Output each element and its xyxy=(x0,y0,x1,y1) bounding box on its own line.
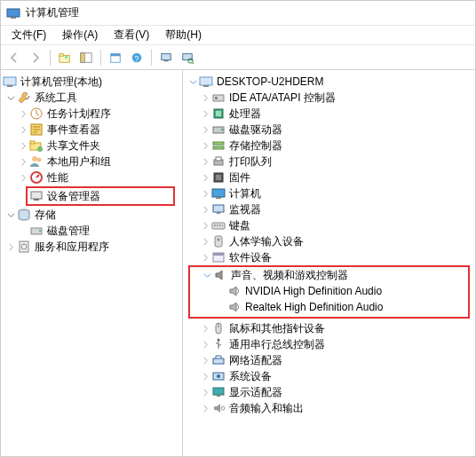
expand-toggle-icon[interactable] xyxy=(199,155,211,168)
right-item[interactable]: 处理器 xyxy=(183,106,475,122)
right-item[interactable]: 网络适配器 xyxy=(183,352,475,368)
right-item[interactable]: 显示适配器 xyxy=(183,384,475,400)
highlight-sound-controllers: 声音、视频和游戏控制器NVIDIA High Definition AudioR… xyxy=(188,265,470,319)
left-root-node[interactable]: 计算机管理(本地) xyxy=(1,74,182,90)
right-item-label: 磁盘驱动器 xyxy=(229,122,282,138)
right-item[interactable]: 打印队列 xyxy=(183,154,475,169)
svg-point-62 xyxy=(221,406,225,410)
right-item-sound[interactable]: 声音、视频和游戏控制器 xyxy=(190,267,468,283)
right-item[interactable]: 键盘 xyxy=(183,217,475,233)
toolbar-forward-button[interactable] xyxy=(26,48,45,67)
right-item[interactable]: 音频输入和输出 xyxy=(183,400,475,416)
left-item-label: 性能 xyxy=(47,170,68,185)
left-item-shared-folders[interactable]: 共享文件夹 xyxy=(1,138,182,154)
right-item-label: 软件设备 xyxy=(229,250,272,265)
expand-toggle-icon[interactable] xyxy=(199,235,211,248)
left-item-event-viewer[interactable]: 事件查看器 xyxy=(1,122,182,138)
expand-toggle-icon[interactable] xyxy=(17,139,29,152)
left-group-storage[interactable]: 存储 xyxy=(1,207,182,223)
right-item-label: 存储控制器 xyxy=(229,138,282,154)
expand-toggle-icon[interactable] xyxy=(199,187,211,200)
right-item-label: 系统设备 xyxy=(229,369,272,384)
left-group-services[interactable]: 服务和应用程序 xyxy=(1,239,182,255)
right-item[interactable]: 磁盘驱动器 xyxy=(183,122,475,138)
disk-icon xyxy=(29,224,44,238)
left-group-storage-label: 存储 xyxy=(35,208,56,223)
right-item[interactable]: 存储控制器 xyxy=(183,138,475,154)
right-child-item[interactable]: NVIDIA High Definition Audio xyxy=(190,283,468,299)
right-item[interactable]: 人体学输入设备 xyxy=(183,233,475,249)
right-item[interactable]: 固件 xyxy=(183,169,475,185)
left-item-local-users[interactable]: 本地用户和组 xyxy=(1,154,182,169)
expand-toggle-icon[interactable] xyxy=(199,370,211,382)
right-item[interactable]: 系统设备 xyxy=(183,368,475,384)
menu-action-label: 操作(A) xyxy=(62,28,98,41)
right-item[interactable]: 监视器 xyxy=(183,201,475,217)
app-icon xyxy=(6,6,20,20)
svg-rect-15 xyxy=(7,85,12,87)
expand-toggle-icon[interactable] xyxy=(199,402,211,414)
expand-toggle-icon[interactable] xyxy=(17,123,29,136)
svg-rect-47 xyxy=(213,205,224,212)
expand-toggle-icon[interactable] xyxy=(199,171,211,184)
right-root-node[interactable]: DESKTOP-U2HDERM xyxy=(183,74,475,90)
expand-toggle-icon[interactable] xyxy=(17,171,29,184)
toolbar-console-tree-button[interactable] xyxy=(76,48,96,67)
right-item-label: 鼠标和其他指针设备 xyxy=(229,321,325,336)
right-item[interactable]: 鼠标和其他指针设备 xyxy=(183,320,475,336)
left-item-device-manager[interactable]: 设备管理器 xyxy=(29,189,171,203)
left-item-disk-mgmt[interactable]: 磁盘管理 xyxy=(1,223,182,239)
toolbar-back-button[interactable] xyxy=(4,48,24,67)
svg-rect-34 xyxy=(215,97,218,99)
expand-toggle-icon[interactable] xyxy=(199,123,211,136)
expand-toggle-icon[interactable] xyxy=(186,75,199,88)
expand-toggle-icon[interactable] xyxy=(17,155,29,168)
expand-toggle-icon[interactable] xyxy=(4,91,17,104)
menu-view[interactable]: 查看(V) xyxy=(107,26,156,44)
left-tree-pane[interactable]: 计算机管理(本地) 系统工具 任务计划程序 事件查看器 xyxy=(1,70,183,456)
svg-point-28 xyxy=(39,230,41,232)
left-item-task-scheduler[interactable]: 任务计划程序 xyxy=(1,106,182,122)
highlight-device-manager: 设备管理器 xyxy=(26,186,175,206)
right-child-item[interactable]: Realtek High Definition Audio xyxy=(190,299,468,315)
toolbar-scan-button[interactable] xyxy=(178,48,197,67)
menu-file[interactable]: 文件(F) xyxy=(4,26,53,44)
toolbar-help-button[interactable]: ? xyxy=(127,48,147,67)
right-tree-pane[interactable]: DESKTOP-U2HDERM IDE ATA/ATAPI 控制器处理器磁盘驱动… xyxy=(183,70,475,456)
menu-help[interactable]: 帮助(H) xyxy=(158,26,209,44)
speaker-icon xyxy=(227,300,242,314)
expand-toggle-icon[interactable] xyxy=(17,107,29,120)
toolbar-up-button[interactable] xyxy=(55,48,75,67)
expand-toggle-icon[interactable] xyxy=(199,354,211,366)
menu-action[interactable]: 操作(A) xyxy=(55,26,105,44)
expand-toggle-icon[interactable] xyxy=(199,386,211,398)
svg-rect-48 xyxy=(217,212,220,214)
expand-toggle-icon[interactable] xyxy=(4,209,17,221)
svg-rect-40 xyxy=(213,146,224,149)
expand-toggle-icon[interactable] xyxy=(199,219,211,232)
toolbar-properties-button[interactable] xyxy=(106,48,125,67)
expand-toggle-icon[interactable] xyxy=(199,139,211,152)
svg-rect-14 xyxy=(4,77,16,85)
right-item-label: 音频输入和输出 xyxy=(229,401,304,416)
expand-toggle-icon[interactable] xyxy=(199,91,211,104)
right-item-label: 通用串行总线控制器 xyxy=(229,337,325,352)
svg-rect-32 xyxy=(203,85,209,87)
right-item[interactable]: 软件设备 xyxy=(183,249,475,265)
right-item[interactable]: 通用串行总线控制器 xyxy=(183,336,475,352)
expand-toggle-icon[interactable] xyxy=(4,240,17,253)
left-group-system-tools[interactable]: 系统工具 xyxy=(1,90,182,106)
right-item[interactable]: 计算机 xyxy=(183,185,475,201)
toolbar-device-button[interactable] xyxy=(156,48,176,67)
expand-toggle-icon[interactable] xyxy=(199,203,211,216)
services-icon xyxy=(17,240,31,254)
software-icon xyxy=(211,250,226,264)
expand-toggle-icon[interactable] xyxy=(199,322,211,335)
expand-toggle-icon[interactable] xyxy=(199,107,211,120)
firmware-icon xyxy=(211,170,226,185)
right-item[interactable]: IDE ATA/ATAPI 控制器 xyxy=(183,90,475,106)
expand-toggle-icon[interactable] xyxy=(199,338,211,351)
left-item-performance[interactable]: 性能 xyxy=(1,169,182,185)
expand-toggle-icon[interactable] xyxy=(201,269,213,281)
expand-toggle-icon[interactable] xyxy=(199,251,211,264)
